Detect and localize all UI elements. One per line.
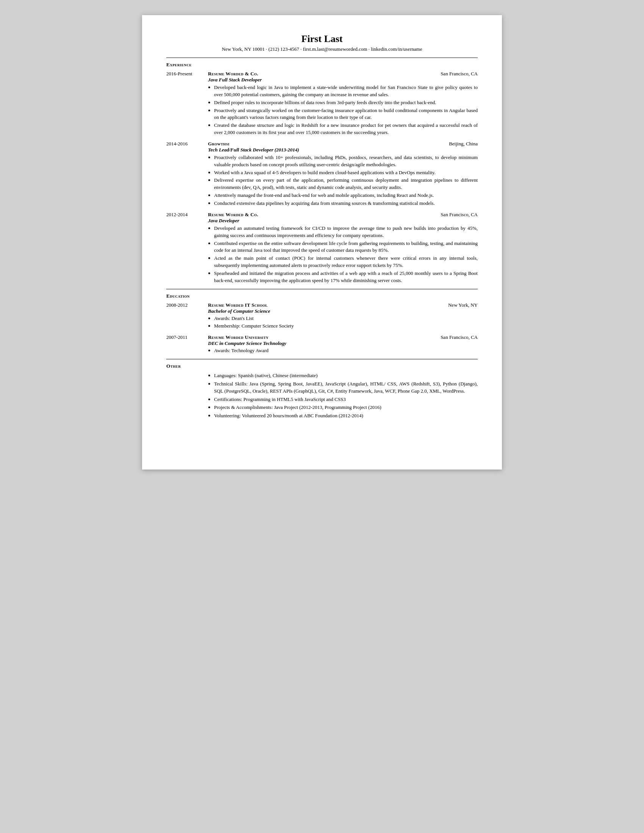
experience-date-1: 2016-Present [166, 71, 208, 137]
experience-entry-3: 2012-2014 Resume Worded & Co. San Franci… [166, 212, 478, 285]
other-bullets: Languages: Spanish (native), Chinese (in… [208, 372, 478, 420]
bullet: Developed back-end logic in Java to impl… [208, 84, 478, 98]
education-school-1: Resume Worded IT School [208, 302, 268, 308]
experience-body-3: Resume Worded & Co. San Francisco, CA Ja… [208, 212, 478, 285]
other-bullet-projects: Projects & Accomplishments: Java Project… [208, 404, 478, 411]
bullet: Acted as the main point of contact (POC)… [208, 255, 478, 269]
bullet: Awards: Dean's List [208, 315, 478, 322]
resume-header: First Last New York, NY 10001 · (212) 12… [166, 33, 478, 52]
education-degree-2: DEC in Computer Science Technology [208, 340, 478, 346]
experience-location-1: San Francisco, CA [441, 71, 478, 77]
bullet: Awards: Technology Award [208, 347, 478, 354]
experience-body-2: Growthsi Beijing, China Tech Lead/Full S… [208, 141, 478, 208]
bullet: Spearheaded and initiated the migration … [208, 270, 478, 285]
experience-date-3: 2012-2014 [166, 212, 208, 285]
bullet: Created the database structure and logic… [208, 122, 478, 136]
bullet: Membership: Computer Science Society [208, 323, 478, 330]
education-location-1: New York, NY [448, 302, 478, 308]
experience-section: Experience 2016-Present Resume Worded & … [166, 62, 478, 285]
education-bullets-1: Awards: Dean's List Membership: Computer… [208, 315, 478, 330]
education-date-1: 2008-2012 [166, 302, 208, 331]
experience-location-2: Beijing, China [449, 141, 478, 147]
education-location-2: San Francisco, CA [441, 334, 478, 340]
experience-header-row-2: Growthsi Beijing, China [208, 141, 478, 147]
experience-bullets-2: Proactively collaborated with 10+ profes… [208, 154, 478, 207]
other-bullet-volunteering: Volunteering: Volunteered 20 hours/month… [208, 412, 478, 420]
education-section-label: Education [166, 293, 478, 299]
experience-location-3: San Francisco, CA [441, 212, 478, 218]
education-header-row-1: Resume Worded IT School New York, NY [208, 302, 478, 308]
bullet: Contributed expertise on the entire soft… [208, 240, 478, 254]
experience-entry-1: 2016-Present Resume Worded & Co. San Fra… [166, 71, 478, 137]
contact-info: New York, NY 10001 · (212) 123-4567 · fi… [166, 46, 478, 52]
other-bullet-languages: Languages: Spanish (native), Chinese (in… [208, 372, 478, 380]
experience-header-row-1: Resume Worded & Co. San Francisco, CA [208, 71, 478, 77]
experience-header-row-3: Resume Worded & Co. San Francisco, CA [208, 212, 478, 218]
education-divider [166, 359, 478, 359]
experience-bullets-1: Developed back-end logic in Java to impl… [208, 84, 478, 136]
experience-section-label: Experience [166, 62, 478, 68]
other-section: Other Languages: Spanish (native), Chine… [166, 363, 478, 420]
bullet: Conducted extensive data pipelines by ac… [208, 200, 478, 207]
bullet: Worked with a Java squad of 4-5 develope… [208, 169, 478, 177]
experience-title-2: Tech Lead/Full Stack Developer (2013-201… [208, 147, 478, 153]
education-degree-1: Bachelor of Computer Science [208, 308, 478, 314]
experience-company-1: Resume Worded & Co. [208, 71, 258, 77]
other-bullet-skills: Technical Skills: Java (Spring, Spring B… [208, 381, 478, 395]
experience-title-3: Java Developer [208, 218, 478, 224]
other-bullet-certifications: Certifications: Programming in HTML5 wit… [208, 396, 478, 403]
experience-title-1: Java Full Stack Developer [208, 77, 478, 83]
education-section: Education 2008-2012 Resume Worded IT Sch… [166, 293, 478, 355]
experience-divider [166, 289, 478, 289]
education-body-2: Resume Worded University San Francisco, … [208, 334, 478, 355]
education-entry-2: 2007-2011 Resume Worded University San F… [166, 334, 478, 355]
bullet: Proactively and strategically worked on … [208, 107, 478, 122]
bullet: Proactively collaborated with 10+ profes… [208, 154, 478, 169]
other-content: Languages: Spanish (native), Chinese (in… [208, 372, 478, 420]
bullet: Delivered expertise on every part of the… [208, 177, 478, 191]
bullet: Defined proper rules to incorporate bill… [208, 99, 478, 106]
bullet: Developed an automated testing framework… [208, 225, 478, 239]
header-divider [166, 58, 478, 58]
education-school-2: Resume Worded University [208, 334, 269, 340]
experience-bullets-3: Developed an automated testing framework… [208, 225, 478, 285]
experience-date-2: 2014-2016 [166, 141, 208, 208]
experience-body-1: Resume Worded & Co. San Francisco, CA Ja… [208, 71, 478, 137]
other-section-label: Other [166, 363, 478, 369]
education-header-row-2: Resume Worded University San Francisco, … [208, 334, 478, 340]
bullet: Attentively managed the front-end and ba… [208, 192, 478, 199]
experience-company-2: Growthsi [208, 141, 230, 147]
education-entry-1: 2008-2012 Resume Worded IT School New Yo… [166, 302, 478, 331]
education-date-2: 2007-2011 [166, 334, 208, 355]
resume-page: First Last New York, NY 10001 · (212) 12… [142, 15, 502, 470]
education-body-1: Resume Worded IT School New York, NY Bac… [208, 302, 478, 331]
candidate-name: First Last [166, 33, 478, 45]
experience-entry-2: 2014-2016 Growthsi Beijing, China Tech L… [166, 141, 478, 208]
experience-company-3: Resume Worded & Co. [208, 212, 258, 218]
education-bullets-2: Awards: Technology Award [208, 347, 478, 354]
